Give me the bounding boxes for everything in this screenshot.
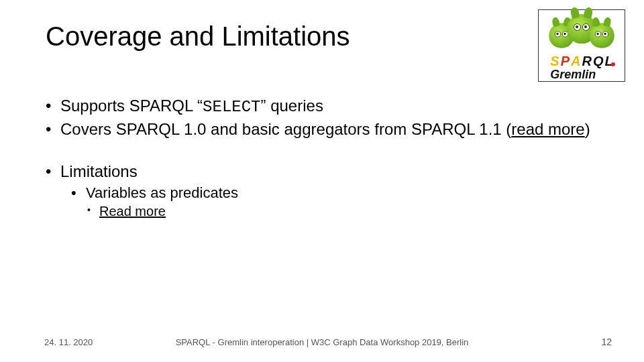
code-select: SELECT [203, 98, 260, 116]
logo-text-gremlin: Gremlin [550, 68, 596, 80]
subbullet-variables-predicates: Variables as predicates [71, 184, 596, 203]
subsubbullet-read-more: Read more [87, 202, 596, 220]
gremlin-characters-icon [548, 14, 615, 50]
slide-title: Coverage and Limitations [46, 21, 350, 52]
slide-body: Supports SPARQL “SELECT” queries Covers … [46, 95, 596, 220]
logo-text-sparql: SPARQL [550, 54, 612, 68]
bullet-limitations: Limitations [46, 161, 596, 182]
sparql-gremlin-logo: SPARQL Gremlin [538, 9, 625, 82]
logo-wordmark: SPARQL Gremlin [550, 54, 612, 80]
bullet-supports-select: Supports SPARQL “SELECT” queries [46, 95, 596, 117]
bullet-covers-sparql: Covers SPARQL 1.0 and basic aggregators … [46, 119, 596, 139]
footer-title: SPARQL - Gremlin interoperation | W3C Gr… [0, 337, 644, 347]
slide: Coverage and Limitations SPARQL Gremlin … [0, 0, 644, 362]
read-more-link-coverage[interactable]: read more [511, 120, 584, 138]
slide-number: 12 [601, 337, 612, 347]
read-more-link-limitations[interactable]: Read more [99, 204, 166, 219]
